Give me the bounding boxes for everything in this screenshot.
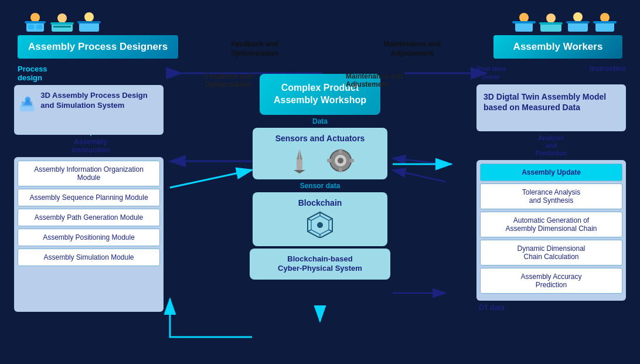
right-module-tolerance: Tolerance Analysisand Synthesis xyxy=(480,183,622,209)
blockchain-box: Blockchain xyxy=(253,192,387,246)
right-module-assembly-update: Assembly Update xyxy=(480,164,622,181)
module-item-3: Assembly Path Generation Module xyxy=(18,209,160,226)
realtime-driver-label: Real-timedriver xyxy=(476,64,506,81)
design-system-box: 3D Assembly Process Design and Simulatio… xyxy=(14,85,164,135)
svg-point-24 xyxy=(573,12,583,22)
sensors-title: Sensors and Actuators xyxy=(263,134,377,143)
sensor-icon-1 xyxy=(285,148,314,174)
analysis-prediction-label: AnalysisandPrediction xyxy=(476,134,626,158)
svg-rect-25 xyxy=(566,21,590,23)
worker-icon-r2 xyxy=(539,11,563,33)
blockchain-title: Blockchain xyxy=(263,198,377,207)
twin-system-box: 3D Digtal Twin Assembly Model based on M… xyxy=(476,84,626,131)
svg-point-6 xyxy=(30,13,40,22)
sensor-data-label: Sensor data xyxy=(300,182,341,190)
design-system-text: 3D Assembly Process Design and Simulatio… xyxy=(40,91,158,111)
maintenance-label: Maintenance andAdjustement xyxy=(384,40,441,58)
dt-data-label: DT data xyxy=(479,304,626,312)
svg-rect-7 xyxy=(28,25,34,29)
right-module-auto-gen: Automatic Generation ofAssembly Dimensio… xyxy=(480,212,622,237)
svg-rect-40 xyxy=(339,149,342,154)
svg-rect-12 xyxy=(50,22,74,25)
feedback-label: Feedback andOptiomization xyxy=(231,40,278,58)
svg-point-39 xyxy=(338,158,343,164)
svg-rect-9 xyxy=(25,21,46,23)
module-item-2: Assembly Sequence Planning Module xyxy=(18,189,160,206)
cps-title: Blockchain-basedCyber-Physical System xyxy=(260,254,380,274)
top-right-section: Assembly Workers xyxy=(493,11,622,59)
cps-box: Blockchain-basedCyber-Physical System xyxy=(250,249,390,280)
module-item-5: Assembly Simulation Module xyxy=(18,249,160,266)
right-panel: Real-timedriver Instruction 3D Digtal Tw… xyxy=(476,64,626,312)
module-item-1: Assembly Information Organization Module xyxy=(18,161,160,186)
top-left-section: Assembly Process Designers xyxy=(18,11,178,59)
svg-point-21 xyxy=(546,13,556,23)
right-module-accuracy: Assembly AccuracyPrediction xyxy=(480,268,622,294)
svg-rect-8 xyxy=(36,25,42,29)
data-label: Data xyxy=(312,117,328,125)
worker-icon-r4 xyxy=(593,11,617,33)
main-diagram: Assembly Process Designers Feedback andO… xyxy=(6,6,634,358)
left-icon-group xyxy=(23,11,101,33)
svg-rect-34 xyxy=(297,159,302,170)
svg-rect-20 xyxy=(540,23,561,32)
center-panel: Complex ProductAssembly Workshop Data Se… xyxy=(167,64,473,312)
svg-rect-16 xyxy=(77,21,101,23)
worker-icon-1 xyxy=(23,11,47,33)
svg-point-18 xyxy=(519,13,529,22)
workshop-box: Complex ProductAssembly Workshop xyxy=(260,74,380,115)
assembly-process-designers-label: Assembly Process Designers xyxy=(28,41,168,52)
process-design-label: Processdesign xyxy=(18,64,164,82)
svg-rect-13 xyxy=(53,26,71,28)
sensor-icon-2 xyxy=(326,148,355,174)
svg-point-15 xyxy=(84,12,94,22)
svg-point-27 xyxy=(600,13,610,22)
assembly-workers-box: Assembly Workers xyxy=(493,35,622,59)
svg-rect-23 xyxy=(568,22,588,32)
module-item-4: Assembly Positioning Module xyxy=(18,229,160,246)
worker-icon-2 xyxy=(50,11,74,33)
svg-rect-17 xyxy=(515,22,533,32)
worker-icon-3 xyxy=(77,11,101,33)
svg-rect-28 xyxy=(593,21,617,23)
svg-rect-43 xyxy=(349,159,354,162)
svg-rect-41 xyxy=(339,168,342,172)
svg-marker-35 xyxy=(294,170,305,174)
right-module-dynamic: Dynamic DimensionalChain Calculation xyxy=(480,240,622,266)
svg-rect-42 xyxy=(327,159,332,162)
right-modules-box: Assembly Update Tolerance Analysisand Sy… xyxy=(476,160,626,301)
3d-design-icon xyxy=(20,91,36,117)
top-center-arrows: Feedback andOptiomization Maintenance an… xyxy=(178,11,493,58)
blockchain-icon xyxy=(305,211,335,238)
sensors-box: Sensors and Actuators xyxy=(253,128,387,179)
svg-rect-14 xyxy=(79,22,99,32)
assembly-instruction-label: Assemblyinstnuction xyxy=(18,138,164,154)
assembly-process-designers-box: Assembly Process Designers xyxy=(18,35,178,59)
svg-rect-19 xyxy=(512,21,536,23)
assembly-workers-label: Assembly Workers xyxy=(513,41,603,52)
svg-point-52 xyxy=(317,222,323,228)
instruction-label: Instruction xyxy=(590,64,626,73)
worker-icon-r3 xyxy=(566,11,590,33)
left-panel: Processdesign 3D Assembly Process Design… xyxy=(14,64,164,312)
right-icon-group xyxy=(512,11,617,33)
svg-point-11 xyxy=(57,13,67,23)
svg-rect-26 xyxy=(595,22,614,32)
worker-icon-r1 xyxy=(512,11,536,33)
svg-rect-22 xyxy=(539,22,563,25)
left-modules-box: Assembly Information Organization Module… xyxy=(14,157,164,312)
